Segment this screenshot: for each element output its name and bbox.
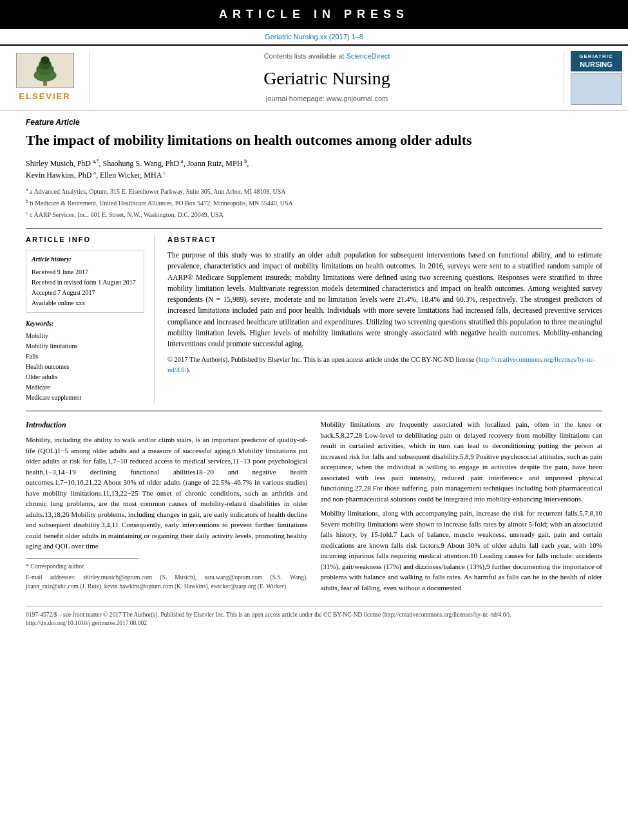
article-info-column: ARTICLE INFO Article history: Received 9…	[26, 235, 155, 403]
article-info-abstract-section: ARTICLE INFO Article history: Received 9…	[26, 228, 602, 403]
body-divider	[26, 411, 602, 411]
journal-center: Contents lists available at ScienceDirec…	[97, 51, 557, 106]
cc-license: © 2017 The Author(s). Published by Elsev…	[167, 355, 602, 375]
elsevier-tree-icon	[16, 53, 74, 88]
received-date: Received 9 June 2017	[32, 267, 138, 277]
received-revised-date: Received in revised form 1 August 2017	[32, 277, 138, 288]
abstract-text: The purpose of this study was to stratif…	[167, 250, 602, 350]
affiliations: a a Advanced Analytics, Optum, 315 E. Ei…	[26, 186, 602, 220]
journal-reference: Geriatric Nursing xx (2017) 1–8	[0, 29, 628, 44]
gn-logo-main: NURSING	[575, 60, 618, 69]
body-col-right: Mobility limitations are frequently asso…	[321, 419, 603, 597]
introduction-title: Introduction	[26, 419, 308, 431]
footnote-divider	[26, 558, 138, 559]
journal-name: Geriatric Nursing	[263, 66, 390, 91]
gn-logo-box: GERIATRIC NURSING	[571, 51, 622, 72]
keyword-mobility: Mobility	[26, 331, 144, 341]
journal-homepage: journal homepage: www.gnjournal.com	[266, 94, 388, 104]
body-col-left: Introduction Mobility, including the abi…	[26, 419, 308, 597]
sciencedirect-label: Contents lists available at	[264, 52, 345, 60]
email-label: E-mail addresses:	[26, 574, 75, 581]
keyword-medicare: Medicare	[26, 382, 144, 393]
affiliation-a: a a Advanced Analytics, Optum, 315 E. Ei…	[26, 186, 602, 196]
cc-link[interactable]: http://creativecommons.org/licenses/by-n…	[167, 356, 596, 373]
footer-issn: 0197-4572/$ – see front matter © 2017 Th…	[26, 611, 602, 619]
article-title: The impact of mobility limitations on he…	[26, 131, 602, 150]
gn-logo-top: GERIATRIC	[575, 53, 618, 60]
keyword-falls: Falls	[26, 351, 144, 362]
svg-point-4	[41, 57, 50, 64]
keywords-section: Keywords: Mobility Mobility limitations …	[26, 319, 144, 403]
footer-bar: 0197-4572/$ – see front matter © 2017 Th…	[26, 606, 602, 628]
geriatric-nursing-logo: GERIATRIC NURSING	[564, 51, 622, 106]
footer-doi: http://dx.doi.org/10.1016/j.gerinurse.20…	[26, 619, 602, 628]
footnote-emails: E-mail addresses: shirley.musich@optum.c…	[26, 573, 308, 592]
article-info-header: ARTICLE INFO	[26, 235, 144, 245]
history-title: Article history:	[32, 254, 138, 265]
available-online: Available online xxx	[32, 298, 138, 308]
journal-header: ELSEVIER Contents lists available at Sci…	[0, 44, 628, 111]
intro-para1: Mobility, including the ability to walk …	[26, 434, 308, 552]
keyword-older-adults: Older adults	[26, 372, 144, 382]
main-content: Feature Article The impact of mobility l…	[0, 111, 628, 634]
sciencedirect-line: Contents lists available at ScienceDirec…	[264, 51, 390, 61]
article-history-box: Article history: Received 9 June 2017 Re…	[26, 250, 144, 313]
feature-article-label: Feature Article	[26, 117, 602, 128]
keyword-health-outcomes: Health outcomes	[26, 362, 144, 372]
article-in-press-banner: ARTICLE IN PRESS	[0, 0, 628, 29]
affiliation-b: b b Medicare & Retirement, United Health…	[26, 198, 602, 208]
authors: Shirley Musich, PhD a,*, Shaohung S. Wan…	[26, 158, 602, 181]
elsevier-text: ELSEVIER	[19, 91, 70, 102]
gn-logo-image	[571, 73, 622, 105]
footnotes: * Corresponding author. E-mail addresses…	[26, 562, 308, 592]
body-content: Introduction Mobility, including the abi…	[26, 419, 602, 597]
sciencedirect-link[interactable]: ScienceDirect	[346, 52, 390, 60]
footnote-corresponding: * Corresponding author.	[26, 562, 308, 571]
affiliation-c: c c AARP Services, Inc., 601 E. Street, …	[26, 209, 602, 219]
elsevier-logo: ELSEVIER	[6, 51, 90, 106]
abstract-column: ABSTRACT The purpose of this study was t…	[167, 235, 602, 403]
accepted-date: Accepted 7 August 2017	[32, 288, 138, 298]
keyword-medicare-supplement: Medicare supplement	[26, 393, 144, 403]
intro-col2-para1: Mobility limitations are frequently asso…	[321, 419, 603, 504]
abstract-header: ABSTRACT	[167, 235, 602, 245]
keyword-mobility-limitations: Mobility limitations	[26, 341, 144, 351]
keywords-title: Keywords:	[26, 319, 144, 328]
intro-col2-para2: Mobility limitations, along with accompa…	[321, 508, 603, 593]
